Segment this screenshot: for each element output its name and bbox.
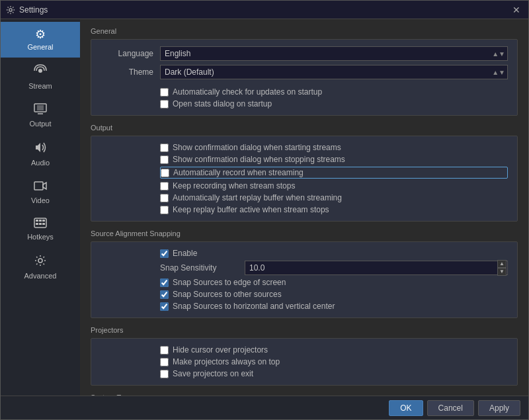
sidebar-item-output[interactable]: Output (1, 97, 80, 134)
titlebar-title: Settings (19, 5, 48, 15)
settings-icon (6, 5, 15, 15)
projectors-section-title: Projectors (91, 326, 518, 334)
general-section-title: General (91, 27, 518, 35)
snap-sensitivity-label: Snap Sensitivity (160, 263, 239, 273)
snap-enable-checkbox[interactable] (160, 249, 169, 258)
keep-replay-checkbox[interactable] (160, 206, 169, 214)
bottom-bar: OK Cancel Apply (1, 396, 528, 419)
open-stats-checkbox[interactable] (160, 100, 169, 108)
sidebar-label-output: Output (29, 120, 51, 128)
apply-button[interactable]: Apply (478, 400, 520, 416)
auto-record-row: Automatically record when streaming (160, 167, 508, 179)
sidebar-label-advanced: Advanced (24, 272, 57, 280)
snap-spin-arrows: ▲ ▼ (497, 260, 507, 276)
sidebar-item-hotkeys[interactable]: Hotkeys (1, 211, 80, 247)
stream-icon (34, 64, 47, 79)
keep-replay-label: Keep replay buffer active when stream st… (173, 205, 329, 214)
keep-recording-label: Keep recording when stream stops (173, 181, 295, 190)
sidebar: ⚙ General Stream (1, 19, 80, 396)
hide-cursor-label: Hide cursor over projectors (173, 345, 268, 355)
sidebar-item-advanced[interactable]: Advanced (1, 247, 80, 286)
svg-point-0 (9, 8, 12, 11)
main-panel: General Language English ▲▼ Theme (80, 19, 528, 396)
sidebar-label-general: General (27, 43, 53, 51)
general-section-box: Language English ▲▼ Theme Dark (Def (91, 39, 518, 116)
svg-rect-11 (42, 223, 45, 225)
auto-replay-row: Automatically start replay buffer when s… (101, 193, 508, 202)
sidebar-label-video: Video (31, 196, 50, 204)
svg-rect-3 (37, 105, 44, 110)
theme-label: Theme (101, 67, 153, 77)
output-section-title: Output (91, 124, 518, 132)
svg-rect-7 (39, 220, 42, 222)
proj-top-label: Make projectors always on top (173, 357, 280, 366)
snap-center-checkbox[interactable] (160, 302, 169, 311)
snap-input-wrapper: ▲ ▼ (245, 261, 508, 275)
keep-recording-row: Keep recording when stream stops (101, 181, 508, 190)
proj-top-row: Make projectors always on top (101, 357, 508, 366)
sidebar-item-video[interactable]: Video (1, 173, 80, 211)
proj-top-checkbox[interactable] (160, 358, 169, 366)
general-section: General Language English ▲▼ Theme (91, 27, 518, 116)
projectors-section-box: Hide cursor over projectors Make project… (91, 338, 518, 386)
sidebar-item-general[interactable]: ⚙ General (1, 22, 80, 58)
content-area: ⚙ General Stream (1, 19, 528, 396)
snap-edge-checkbox[interactable] (160, 278, 169, 287)
output-section: Output Show confirmation dialog when sta… (91, 124, 518, 222)
snap-other-label: Snap Sources to other sources (173, 290, 282, 299)
snapping-section: Source Alignment Snapping Enable Snap Se… (91, 230, 518, 318)
snapping-section-box: Enable Snap Sensitivity ▲ ▼ (91, 241, 518, 318)
titlebar-left: Settings (6, 5, 48, 15)
advanced-icon (34, 254, 47, 269)
snap-spin-down[interactable]: ▼ (497, 268, 507, 276)
svg-rect-6 (36, 220, 38, 222)
snap-center-row: Snap Sources to horizontal and vertical … (101, 302, 508, 311)
hotkeys-icon (34, 218, 47, 230)
theme-select[interactable]: Dark (Default) (160, 65, 508, 79)
confirm-stop-label: Show confirmation dialog when stopping s… (173, 155, 345, 164)
save-proj-label: Save projectors on exit (173, 369, 253, 378)
ok-button[interactable]: OK (389, 400, 423, 416)
svg-point-12 (38, 259, 42, 263)
settings-window: Settings ✕ ⚙ General (0, 0, 529, 420)
snap-other-checkbox[interactable] (160, 290, 169, 299)
auto-check-row: Automatically check for updates on start… (101, 87, 508, 97)
svg-point-1 (38, 69, 42, 73)
confirm-start-checkbox[interactable] (160, 144, 169, 152)
language-select-wrapper: English ▲▼ (160, 46, 508, 61)
open-stats-row: Open stats dialog on startup (101, 99, 508, 108)
snapping-section-title: Source Alignment Snapping (91, 230, 518, 237)
titlebar: Settings ✕ (1, 1, 528, 19)
language-select[interactable]: English (160, 46, 508, 61)
save-proj-checkbox[interactable] (160, 370, 169, 378)
snap-sensitivity-input[interactable] (245, 261, 508, 275)
snap-sensitivity-row: Snap Sensitivity ▲ ▼ (101, 261, 508, 275)
confirm-start-row: Show confirmation dialog when starting s… (101, 143, 508, 152)
auto-replay-checkbox[interactable] (160, 194, 169, 202)
snap-spin-up[interactable]: ▲ (497, 260, 507, 268)
auto-record-checkbox[interactable] (161, 169, 169, 177)
save-proj-row: Save projectors on exit (101, 369, 508, 378)
keep-replay-row: Keep replay buffer active when stream st… (101, 205, 508, 214)
hide-cursor-row: Hide cursor over projectors (101, 345, 508, 355)
snap-edge-label: Snap Sources to edge of screen (173, 278, 286, 287)
sidebar-label-stream: Stream (28, 82, 52, 90)
auto-check-checkbox[interactable] (160, 88, 169, 97)
language-row: Language English ▲▼ (101, 46, 508, 61)
confirm-stop-row: Show confirmation dialog when stopping s… (101, 155, 508, 164)
output-icon (34, 103, 47, 117)
keep-recording-checkbox[interactable] (160, 182, 169, 190)
projectors-section: Projectors Hide cursor over projectors M… (91, 326, 518, 386)
sidebar-item-audio[interactable]: Audio (1, 134, 80, 173)
hide-cursor-checkbox[interactable] (160, 346, 169, 355)
snap-center-label: Snap Sources to horizontal and vertical … (173, 302, 335, 311)
close-button[interactable]: ✕ (510, 3, 523, 17)
general-icon: ⚙ (35, 28, 46, 40)
language-label: Language (101, 49, 153, 58)
sidebar-item-stream[interactable]: Stream (1, 58, 80, 97)
confirm-stop-checkbox[interactable] (160, 155, 169, 164)
svg-rect-9 (36, 223, 38, 225)
auto-replay-label: Automatically start replay buffer when s… (173, 193, 342, 202)
cancel-button[interactable]: Cancel (427, 400, 474, 416)
open-stats-label: Open stats dialog on startup (173, 99, 272, 108)
